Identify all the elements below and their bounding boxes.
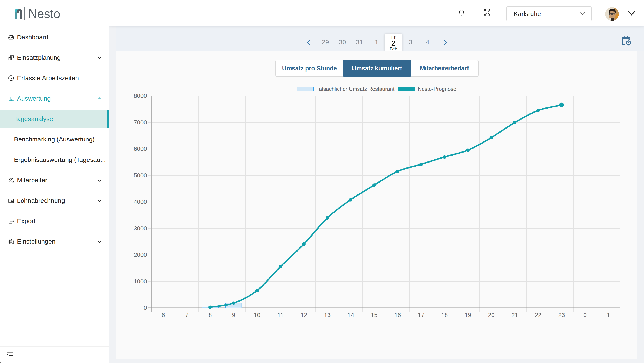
- svg-text:20: 20: [488, 312, 494, 318]
- svg-text:21: 21: [511, 312, 518, 318]
- svg-text:17: 17: [418, 312, 424, 318]
- svg-text:16: 16: [394, 312, 401, 318]
- svg-text:1000: 1000: [134, 278, 147, 285]
- svg-text:18: 18: [441, 312, 448, 318]
- svg-text:6: 6: [162, 312, 165, 318]
- svg-text:5000: 5000: [134, 172, 147, 179]
- svg-text:19: 19: [464, 312, 471, 318]
- svg-text:13: 13: [324, 312, 330, 318]
- svg-text:8000: 8000: [134, 92, 147, 99]
- svg-text:7: 7: [185, 312, 188, 318]
- svg-text:15: 15: [371, 312, 377, 318]
- svg-text:6000: 6000: [134, 146, 147, 152]
- svg-text:8: 8: [208, 312, 212, 318]
- svg-text:12: 12: [300, 312, 307, 318]
- svg-text:4000: 4000: [134, 199, 147, 205]
- svg-text:11: 11: [277, 312, 284, 318]
- svg-text:1: 1: [607, 312, 610, 318]
- svg-text:7000: 7000: [134, 119, 147, 126]
- svg-text:0: 0: [144, 305, 147, 311]
- svg-text:0: 0: [583, 312, 587, 318]
- svg-text:Nesto: Nesto: [28, 7, 60, 20]
- svg-text:14: 14: [347, 312, 354, 318]
- svg-text:23: 23: [558, 312, 565, 318]
- svg-text:3000: 3000: [134, 225, 147, 232]
- svg-text:10: 10: [254, 312, 260, 318]
- svg-text:22: 22: [535, 312, 541, 318]
- svg-text:2000: 2000: [134, 252, 147, 258]
- svg-text:9: 9: [232, 312, 235, 318]
